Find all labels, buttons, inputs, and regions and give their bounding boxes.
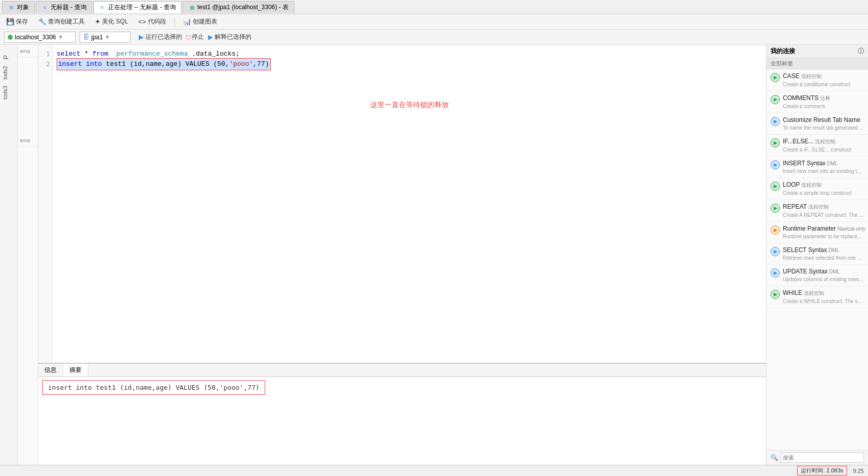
bottom-tab-info[interactable]: 信息 bbox=[38, 364, 63, 377]
snippet-tag: 流程控制 bbox=[804, 290, 824, 296]
snippet-desc: Updates columns of existing rows in the … bbox=[783, 276, 864, 283]
left-sidebar: 对象 P tods2 tods3 bbox=[0, 45, 18, 465]
save-button[interactable]: 💾 保存 bbox=[4, 16, 30, 27]
snippet-item[interactable]: ▶WHILE流程控制Create a WHILE construct. The … bbox=[767, 286, 868, 308]
snippet-item[interactable]: ▶Customize Result Tab NameTo name the re… bbox=[767, 113, 868, 135]
snippet-info: INSERT SyntaxDMLInsert new rows into an … bbox=[783, 160, 864, 174]
info-icon[interactable]: ⓘ bbox=[858, 47, 864, 56]
db-icon: 🗄 bbox=[83, 34, 89, 41]
bottom-panel: 信息 摘要 insert into test1 (id,name,age) VA… bbox=[38, 363, 766, 465]
code-text-3: .data_locks; bbox=[192, 49, 240, 59]
main-content: 对象 P tods2 tods3 ema ema 1 2 select * fr… bbox=[0, 45, 868, 465]
tab-object[interactable]: ⊞ 对象 bbox=[2, 1, 35, 13]
code-content[interactable]: select * from `performance_schema`.data_… bbox=[53, 45, 766, 363]
tab-test1-table[interactable]: ▦ test1 @jpa1 (localhost_3306) - 表 bbox=[183, 1, 294, 13]
snippet-item[interactable]: ▶COMMENTS注释Create a comment bbox=[767, 91, 868, 113]
run-selected-label: 运行已选择的 bbox=[145, 33, 182, 41]
search-input[interactable] bbox=[780, 453, 864, 463]
db-chevron: ▼ bbox=[105, 34, 110, 40]
snippet-title: COMMENTS注释 bbox=[783, 94, 830, 102]
snippet-icon: ▶ bbox=[771, 117, 780, 126]
position-indicator: 9:25 bbox=[853, 468, 864, 474]
tab-processing-query-label: 正在处理 -- 无标题 - 查询 bbox=[108, 3, 176, 12]
query-tab-icon-1: ≡ bbox=[41, 4, 48, 11]
sidebar-item-p[interactable]: P bbox=[1, 53, 16, 62]
editor-area[interactable]: 1 2 select * from `performance_schema`.d… bbox=[38, 45, 766, 363]
stop-icon: □ bbox=[186, 33, 190, 41]
tree-item-schema1[interactable]: ema bbox=[18, 45, 38, 58]
snippet-icon: ▶ bbox=[771, 268, 780, 278]
connection-selector[interactable]: localhost_3306 ▼ bbox=[4, 32, 75, 43]
snippet-info: WHILE流程控制Create a WHILE construct. The s… bbox=[783, 289, 864, 305]
code-line-1: select * from `performance_schema`.data_… bbox=[57, 49, 762, 59]
explain-icon: ▶ bbox=[208, 33, 213, 41]
snippet-item[interactable]: ▶REPEAT流程控制Create A REPEAT construct. Th… bbox=[767, 200, 868, 222]
snippet-title: WHILE流程控制 bbox=[783, 289, 824, 296]
snippet-title: REPEAT流程控制 bbox=[783, 203, 829, 210]
snippet-info: COMMENTS注释Create a comment bbox=[783, 94, 864, 110]
line-num-2: 2 bbox=[40, 59, 50, 69]
snippets-section-header: 全部标签 bbox=[767, 58, 868, 69]
bottom-content[interactable]: insert into test1 (id,name,age) VALUES (… bbox=[38, 377, 766, 465]
snippet-title: UPDATE SyntaxDML bbox=[783, 268, 840, 275]
snippet-tag: 流程控制 bbox=[808, 204, 829, 210]
status-bar: 运行时间: 2.083s 9:25 bbox=[0, 465, 868, 476]
tab-test1-table-label: test1 @jpa1 (localhost_3306) - 表 bbox=[197, 3, 289, 12]
snippet-desc: Create a comment bbox=[783, 103, 864, 110]
snippet-icon: ▶ bbox=[771, 204, 780, 213]
explain-button[interactable]: ▶ 解释已选择的 bbox=[208, 33, 251, 41]
snippet-desc: Create a WHILE construct. The statement … bbox=[783, 298, 864, 305]
snippet-item[interactable]: ▶CASE流程控制Create a conditional construct bbox=[767, 69, 868, 91]
snippet-item[interactable]: ▶INSERT SyntaxDMLInsert new rows into an… bbox=[767, 157, 868, 178]
snippet-item[interactable]: ▶UPDATE SyntaxDMLUpdates columns of exis… bbox=[767, 265, 868, 286]
snippet-title: IF...ELSE...流程控制 bbox=[783, 138, 835, 145]
connection-dot bbox=[8, 35, 13, 40]
snippet-item[interactable]: ▶Runtime ParameterNavicat-onlyRuntime pa… bbox=[767, 222, 868, 243]
right-bottom-bar: 🔍 bbox=[767, 450, 868, 465]
snippet-title: Customize Result Tab Name bbox=[783, 116, 860, 123]
snippet-desc: Create A REPEAT construct. The Statemen … bbox=[783, 212, 864, 218]
code-line-2: insert into test1 (id,name,age) VALUES (… bbox=[57, 59, 762, 69]
explain-label: 解释已选择的 bbox=[215, 33, 251, 41]
stop-button[interactable]: □ 停止 bbox=[186, 33, 204, 41]
table-tab-icon: ▦ bbox=[188, 4, 195, 11]
tree-item-schema2[interactable]: ema bbox=[18, 134, 38, 147]
object-tab-icon: ⊞ bbox=[8, 4, 15, 11]
snippet-icon: ▶ bbox=[771, 290, 780, 299]
stop-label: 停止 bbox=[192, 33, 204, 41]
tab-untitled-query-label: 无标题 - 查询 bbox=[50, 3, 87, 12]
query-builder-button[interactable]: 🔧 查询创建工具 bbox=[36, 16, 87, 27]
database-selector[interactable]: 🗄 jpa1 ▼ bbox=[80, 32, 131, 43]
beautify-label: 美化 SQL bbox=[102, 17, 128, 26]
line-num-1: 1 bbox=[40, 49, 50, 59]
snippet-item[interactable]: ▶IF...ELSE...流程控制Create a IF...ELSE... c… bbox=[767, 135, 868, 157]
play-icon: ▶ bbox=[139, 33, 144, 41]
beautify-sql-button[interactable]: ✦ 美化 SQL bbox=[93, 16, 130, 27]
code-snippet-button[interactable]: <> 代码段 bbox=[136, 16, 168, 27]
snippet-desc: Create a IF...ELSE... construct bbox=[783, 146, 864, 153]
snippet-item[interactable]: ▶SELECT SyntaxDMLRetrieve rows selected … bbox=[767, 243, 868, 265]
snippet-info: Customize Result Tab NameTo name the res… bbox=[783, 116, 864, 131]
query-builder-icon: 🔧 bbox=[38, 18, 46, 26]
snippet-title: Runtime ParameterNavicat-only bbox=[783, 225, 865, 232]
run-buttons: ▶ 运行已选择的 □ 停止 ▶ 解释已选择的 bbox=[139, 33, 251, 41]
bottom-tab-summary[interactable]: 摘要 bbox=[63, 364, 88, 377]
create-chart-button[interactable]: 📊 创建图表 bbox=[181, 16, 219, 27]
run-selected-button[interactable]: ▶ 运行已选择的 bbox=[139, 33, 182, 41]
snippet-title: SELECT SyntaxDML bbox=[783, 246, 839, 254]
snippets-list: ▶CASE流程控制Create a conditional construct▶… bbox=[767, 69, 868, 450]
sidebar-item-tods3[interactable]: tods3 bbox=[1, 84, 16, 102]
tab-untitled-query[interactable]: ≡ 无标题 - 查询 bbox=[36, 1, 92, 13]
query-tab-icon-2: ≡ bbox=[99, 4, 106, 11]
snippet-info: Runtime ParameterNavicat-onlyRuntime par… bbox=[783, 225, 864, 240]
snippet-item[interactable]: ▶LOOP流程控制Create a simple loop construct bbox=[767, 178, 868, 200]
runtime-value: 2.083s bbox=[827, 467, 844, 473]
sidebar-item-objects[interactable]: 对象 bbox=[1, 47, 16, 51]
right-panel-title: 我的连接 bbox=[771, 47, 795, 56]
code-snippet-label: 代码段 bbox=[148, 17, 166, 26]
keyword-from: from bbox=[92, 49, 108, 59]
sidebar-item-tods2[interactable]: tods2 bbox=[1, 64, 16, 82]
snippet-desc: Insert new rows into an existing table bbox=[783, 168, 864, 174]
tab-processing-query[interactable]: ≡ 正在处理 -- 无标题 - 查询 bbox=[93, 1, 182, 13]
beautify-icon: ✦ bbox=[95, 18, 100, 26]
